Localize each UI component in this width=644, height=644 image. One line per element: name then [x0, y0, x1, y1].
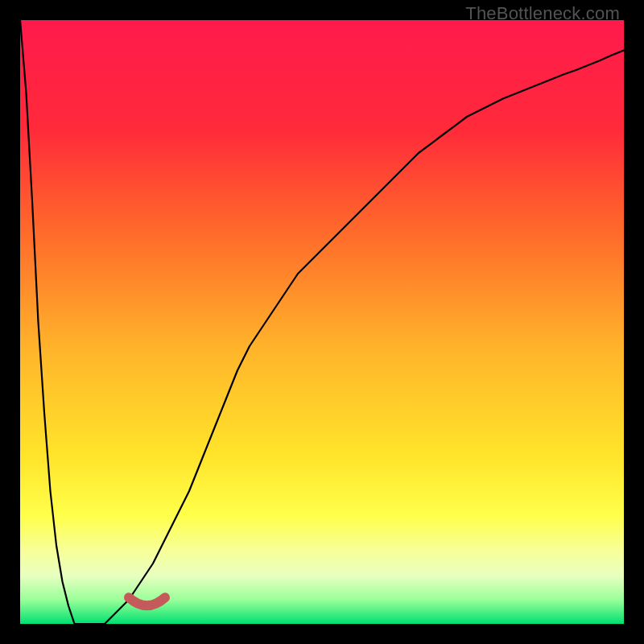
plot-frame [20, 20, 624, 624]
gradient-background [20, 20, 624, 624]
svg-rect-0 [20, 20, 624, 624]
watermark-text: TheBottleneck.com [465, 3, 620, 24]
